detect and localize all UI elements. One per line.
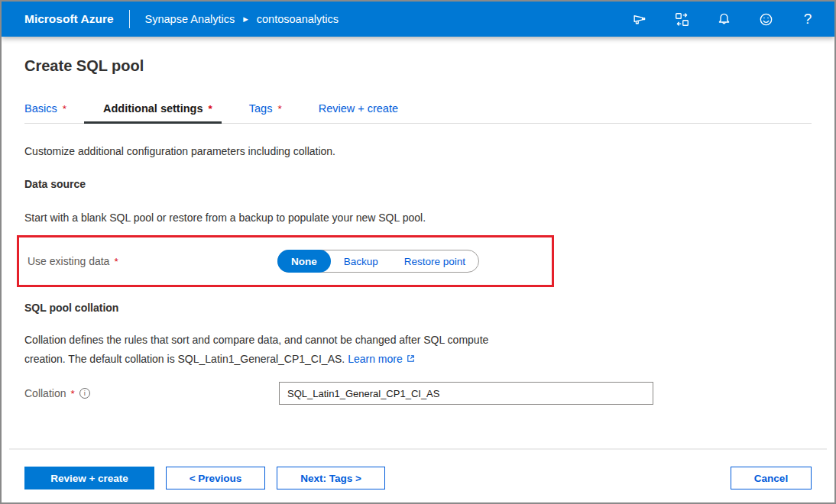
tab-bar: Basics * Additional settings * Tags * Re… [24, 102, 812, 124]
breadcrumb-synapse-analytics[interactable]: Synapse Analytics [145, 13, 235, 25]
footer-button-bar: Review + create < Previous Next: Tags > … [24, 467, 812, 489]
cancel-button[interactable]: Cancel [731, 467, 812, 489]
notifications-button[interactable] [715, 11, 732, 27]
option-backup[interactable]: Backup [331, 250, 391, 272]
field-label-text: Use existing data [28, 255, 109, 267]
next-tags-button[interactable]: Next: Tags > [277, 467, 385, 489]
required-asterisk: * [63, 103, 66, 115]
azure-portal-window: Microsoft Azure Synapse Analytics ▶ cont… [0, 0, 836, 504]
header-divider [129, 10, 130, 28]
review-create-button[interactable]: Review + create [24, 467, 154, 489]
option-none[interactable]: None [277, 250, 331, 273]
tab-review-create[interactable]: Review + create [319, 102, 398, 123]
field-label-text: Collation [24, 387, 66, 399]
top-bar: Microsoft Azure Synapse Analytics ▶ cont… [2, 2, 834, 37]
collation-description-line2: creation. The default collation is SQL_L… [24, 353, 345, 365]
collation-description-line1: Collation defines the rules that sort an… [24, 334, 488, 346]
intro-text: Customize additional configuration param… [24, 145, 812, 157]
required-asterisk: * [114, 256, 118, 267]
page-title: Create SQL pool [24, 57, 812, 75]
topbar-icon-group: ? [631, 11, 816, 27]
switch-directory-button[interactable] [673, 11, 690, 27]
azure-brand[interactable]: Microsoft Azure [24, 12, 114, 26]
collation-input[interactable] [279, 382, 653, 405]
megaphone-icon [632, 11, 648, 27]
breadcrumb-arrow-icon: ▶ [243, 16, 248, 23]
learn-more-link[interactable]: Learn more [348, 353, 403, 365]
tab-label: Basics [24, 102, 57, 115]
use-existing-data-label: Use existing data * [28, 255, 118, 267]
collation-description: Collation defines the rules that sort an… [24, 331, 812, 370]
question-mark-icon: ? [804, 11, 812, 27]
collation-label: Collation * i [24, 387, 90, 399]
collation-section-heading: SQL pool collation [24, 302, 812, 314]
use-existing-data-toggle: None Backup Restore point [277, 250, 479, 273]
required-asterisk: * [70, 388, 74, 399]
data-source-description: Start with a blank SQL pool or restore f… [24, 212, 812, 224]
breadcrumb-workspace[interactable]: contosoanalytics [257, 13, 339, 25]
tab-label: Additional settings [103, 102, 203, 115]
external-link-icon [406, 351, 416, 370]
bell-icon [716, 11, 732, 27]
main-content: Create SQL pool Basics * Additional sett… [2, 37, 834, 502]
previous-button[interactable]: < Previous [166, 467, 265, 489]
annotation-highlight-box: Use existing data * None Backup Restore … [17, 235, 554, 287]
help-button[interactable]: ? [799, 11, 816, 27]
option-restore-point[interactable]: Restore point [391, 250, 478, 272]
tab-label: Review + create [319, 102, 398, 115]
required-asterisk: * [277, 103, 281, 115]
collation-field-row: Collation * i [24, 382, 812, 405]
feedback-button[interactable] [757, 11, 774, 27]
tab-tags[interactable]: Tags * [249, 102, 282, 123]
tab-basics[interactable]: Basics * [24, 102, 66, 123]
switch-directory-icon [674, 11, 690, 27]
tab-label: Tags [249, 102, 273, 115]
smiley-icon [758, 11, 774, 27]
footer-divider [9, 448, 827, 450]
breadcrumb: Synapse Analytics ▶ contosoanalytics [145, 13, 339, 25]
data-source-heading: Data source [24, 178, 812, 190]
required-asterisk: * [208, 103, 212, 115]
tab-additional-settings[interactable]: Additional settings * [103, 102, 212, 123]
info-icon[interactable]: i [79, 388, 90, 399]
announcements-button[interactable] [631, 11, 648, 27]
